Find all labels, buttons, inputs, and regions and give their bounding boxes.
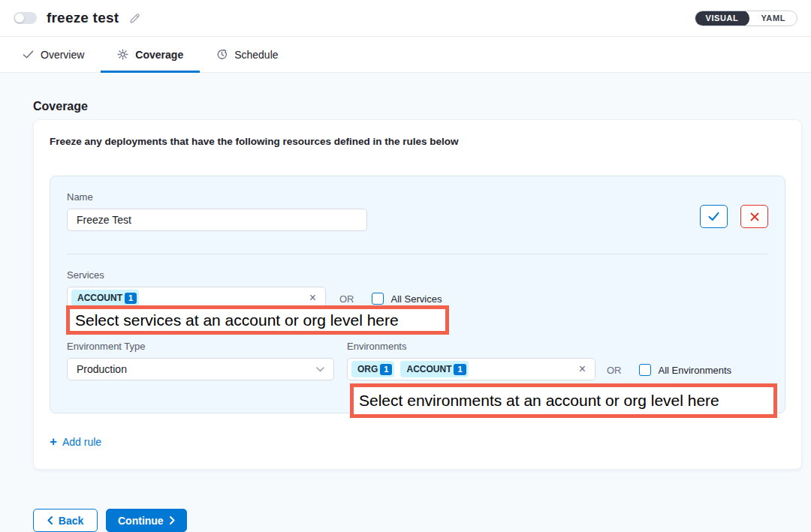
tag-label: ACCOUNT bbox=[406, 364, 451, 374]
environment-type-label: Environment Type bbox=[67, 341, 334, 352]
tab-schedule[interactable]: Schedule bbox=[200, 37, 294, 72]
chevron-down-icon bbox=[316, 367, 324, 372]
tag-label: ACCOUNT bbox=[77, 293, 122, 303]
freeze-title: freeze test bbox=[47, 10, 119, 26]
services-or-group: OR All Services bbox=[339, 293, 442, 305]
footer-buttons: Back Continue bbox=[33, 509, 811, 532]
environments-clear-icon[interactable]: × bbox=[577, 363, 587, 375]
name-field: Name bbox=[67, 191, 367, 231]
services-label: Services bbox=[67, 269, 326, 281]
top-bar: freeze test VISUAL YAML bbox=[0, 0, 811, 37]
services-field: Services ACCOUNT 1 × bbox=[67, 269, 326, 309]
back-button[interactable]: Back bbox=[33, 509, 98, 532]
environment-type-field: Environment Type Production bbox=[67, 341, 334, 380]
or-label: OR bbox=[339, 293, 354, 305]
environments-or-group: OR All Environments bbox=[607, 364, 731, 376]
tag-label: ORG bbox=[357, 364, 378, 374]
all-environments-label: All Environments bbox=[659, 365, 732, 376]
tab-coverage[interactable]: Coverage bbox=[101, 37, 200, 72]
continue-label: Continue bbox=[118, 515, 164, 527]
freeze-enable-toggle[interactable] bbox=[14, 12, 37, 24]
close-icon bbox=[750, 212, 759, 221]
tab-bar: Overview Coverage Schedule bbox=[0, 37, 811, 73]
tab-overview[interactable]: Overview bbox=[6, 37, 101, 72]
service-scope-tag[interactable]: ACCOUNT 1 bbox=[71, 290, 139, 306]
tag-count-badge: 1 bbox=[125, 293, 137, 304]
environment-scope-tag-account[interactable]: ACCOUNT 1 bbox=[400, 361, 468, 377]
check-icon bbox=[708, 212, 719, 221]
tag-count-badge: 1 bbox=[454, 364, 466, 375]
rule-panel: Name Services ACCOUNT 1 bbox=[50, 176, 785, 413]
or-label: OR bbox=[607, 365, 622, 376]
add-rule-button[interactable]: + Add rule bbox=[50, 435, 101, 448]
environments-field: Environments ORG 1 ACCOUNT 1 × bbox=[347, 341, 595, 380]
rule-actions bbox=[700, 191, 768, 231]
card-instruction: Freeze any deployments that have the fol… bbox=[50, 136, 785, 147]
environments-label: Environments bbox=[347, 341, 595, 352]
confirm-rule-button[interactable] bbox=[700, 205, 728, 228]
all-services-label: All Services bbox=[391, 293, 442, 305]
services-row: Services ACCOUNT 1 × OR All Services bbox=[67, 269, 768, 309]
annotation-environments: Select environments at an account or org… bbox=[350, 383, 777, 418]
delete-rule-button[interactable] bbox=[740, 205, 768, 228]
tab-coverage-label: Coverage bbox=[135, 49, 183, 61]
environment-scope-tag-org[interactable]: ORG 1 bbox=[351, 361, 394, 377]
pencil-icon bbox=[128, 12, 141, 25]
environment-type-value: Production bbox=[77, 363, 127, 375]
name-label: Name bbox=[67, 191, 367, 203]
tab-schedule-label: Schedule bbox=[234, 49, 278, 61]
continue-button[interactable]: Continue bbox=[106, 509, 187, 532]
environment-type-select[interactable]: Production bbox=[67, 358, 334, 380]
chevron-left-icon bbox=[47, 516, 53, 524]
visual-toggle-button[interactable]: VISUAL bbox=[695, 11, 750, 26]
add-rule-label: Add rule bbox=[62, 436, 101, 448]
gear-icon bbox=[117, 49, 128, 60]
chevron-right-icon bbox=[170, 516, 175, 524]
all-services-checkbox[interactable] bbox=[372, 293, 384, 305]
tab-overview-label: Overview bbox=[41, 49, 84, 61]
page-title: Coverage bbox=[0, 73, 811, 113]
name-row: Name bbox=[67, 191, 768, 231]
schedule-clock-icon bbox=[216, 49, 228, 60]
yaml-toggle-button[interactable]: YAML bbox=[749, 11, 797, 26]
all-environments-checkbox[interactable] bbox=[639, 364, 651, 376]
rule-name-input[interactable] bbox=[67, 209, 367, 231]
check-icon bbox=[23, 49, 34, 60]
visual-yaml-toggle: VISUAL YAML bbox=[695, 11, 798, 26]
environment-row: Environment Type Production Environments… bbox=[67, 341, 768, 380]
edit-title-button[interactable] bbox=[128, 12, 141, 25]
rule-divider bbox=[67, 254, 768, 254]
environments-input[interactable]: ORG 1 ACCOUNT 1 × bbox=[347, 358, 595, 380]
plus-icon: + bbox=[50, 435, 57, 448]
tag-count-badge: 1 bbox=[380, 364, 392, 375]
toggle-knob bbox=[15, 14, 24, 23]
annotation-services: Select services at an account or org lev… bbox=[66, 305, 449, 335]
back-label: Back bbox=[59, 515, 83, 527]
services-clear-icon[interactable]: × bbox=[308, 292, 318, 304]
